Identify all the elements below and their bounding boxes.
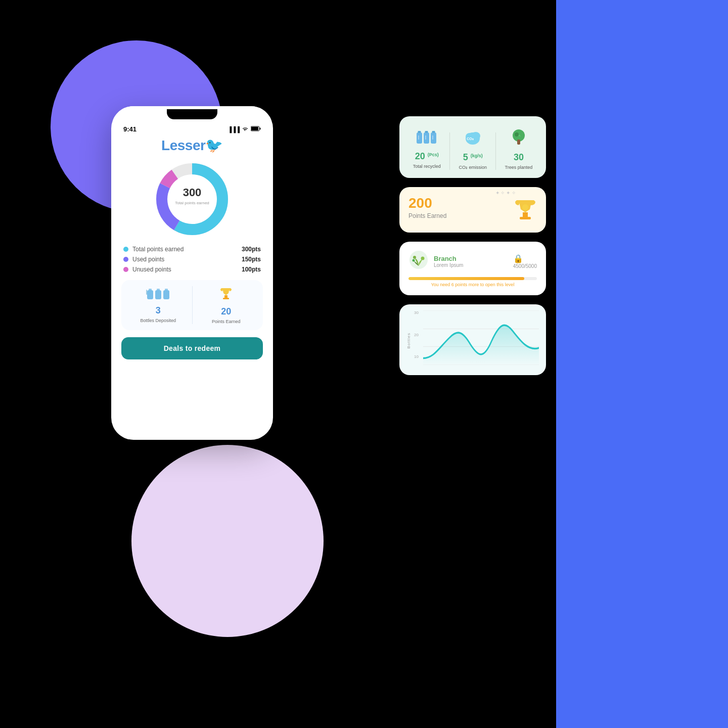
co2-number: 5 (463, 152, 471, 162)
trees-icon (510, 128, 528, 150)
status-time: 9:41 (123, 125, 136, 133)
svg-point-36 (413, 256, 416, 259)
phone-content: Lesser🐦 300 Total points earned (111, 133, 273, 440)
status-bar: 9:41 ▐▐▐ (111, 119, 273, 133)
phone-notch (167, 109, 217, 119)
svg-rect-18 (424, 132, 429, 144)
donut-center-label: Total points earned (175, 201, 209, 205)
branch-progress-bar (408, 277, 537, 280)
legend-item-used: Used points 150pts (123, 256, 261, 263)
legend-label-used: Used points (132, 256, 164, 263)
recycle-stat-total: 20 (Pcs) Total recycled (413, 128, 441, 169)
legend: Total points earned 300pts Used points 1… (121, 246, 263, 273)
bottles-number: 3 (156, 305, 161, 316)
recycle-divider-1 (449, 132, 450, 170)
y-label-30: 30 (414, 310, 419, 315)
card-points: 200 Points Earned ✦ ✧ ✦ ✧ (399, 187, 546, 233)
svg-rect-21 (432, 131, 435, 133)
points-earned-number: 200 (408, 195, 537, 211)
battery-icon (251, 126, 261, 132)
recycling-stats: 20 (Pcs) Total recycled CO₂ 5 (408, 128, 537, 170)
signal-icon: ▐▐▐ (228, 126, 240, 132)
bottles-label: Bottles Deposited (140, 318, 176, 323)
branch-progress-fill (408, 277, 524, 280)
phone-notch-area (111, 106, 273, 119)
svg-rect-30 (517, 140, 520, 145)
chart-svg (423, 310, 539, 365)
branch-header: Branch Lorem Ipsum 🔒 4500/5000 (408, 250, 537, 273)
donut-chart-container: 300 Total points earned (121, 159, 263, 240)
recycle-stat-co2: CO₂ 5 (kg/s) CO₂ emission (459, 128, 487, 170)
svg-rect-13 (165, 289, 168, 291)
points-number: 20 (221, 306, 231, 317)
svg-text:CO₂: CO₂ (467, 137, 474, 141)
legend-label-total: Total points earned (132, 246, 184, 253)
branch-points-display: 4500/5000 (513, 263, 537, 269)
svg-rect-8 (149, 289, 152, 291)
legend-item-unused: Unused points 100pts (123, 266, 261, 273)
svg-rect-9 (146, 290, 147, 295)
card-chart: Bottles 30 20 10 (399, 304, 546, 375)
card-branch: Branch Lorem Ipsum 🔒 4500/5000 You need … (399, 242, 546, 295)
deals-to-redeem-button[interactable]: Deals to redeem (121, 337, 263, 359)
legend-value-unused: 100pts (242, 266, 261, 273)
cards-container: 20 (Pcs) Total recycled CO₂ 5 (399, 116, 546, 375)
legend-label-unused: Unused points (132, 266, 171, 273)
legend-dot-used (123, 257, 128, 262)
points-label: Points Earned (212, 319, 241, 324)
trees-label: Trees planted (505, 165, 533, 170)
points-earned-label: Points Earned (408, 212, 537, 219)
y-label-10: 10 (414, 354, 419, 359)
svg-rect-10 (155, 290, 161, 299)
legend-value-total: 300pts (242, 246, 261, 253)
legend-value-used: 150pts (242, 256, 261, 263)
donut-center-value: 300 (183, 186, 202, 199)
branch-plant-icon (408, 250, 429, 273)
total-recycled-number: 20 (415, 151, 428, 161)
svg-point-37 (421, 257, 425, 260)
co2-label: CO₂ emission (459, 165, 487, 170)
background-rect-blue (556, 0, 728, 728)
svg-rect-16 (417, 132, 422, 144)
stats-divider (192, 286, 193, 324)
svg-rect-1 (260, 128, 261, 130)
branch-sub: Lorem Ipsum (434, 262, 508, 268)
phone-mockup: 9:41 ▐▐▐ Lesser🐦 (111, 106, 273, 440)
recycle-divider-2 (495, 132, 496, 170)
legend-dot-total (123, 247, 128, 252)
app-title: Lesser🐦 (121, 137, 263, 154)
svg-rect-12 (163, 290, 169, 299)
background-circle-lavender (131, 445, 324, 637)
wifi-icon (242, 126, 249, 132)
svg-point-31 (515, 132, 519, 136)
recycle-stat-trees: 30 Trees planted (505, 128, 533, 170)
legend-item-total: Total points earned 300pts (123, 246, 261, 253)
branch-hint: You need 6 points more to open this leve… (408, 282, 537, 287)
y-label-20: 20 (414, 333, 419, 337)
bottom-stats: 3 Bottles Deposited 20 Points Earned (121, 280, 263, 330)
card-recycling: 20 (Pcs) Total recycled CO₂ 5 (399, 116, 546, 178)
svg-rect-11 (157, 289, 160, 291)
svg-rect-19 (425, 131, 428, 133)
bottles-icon (145, 286, 171, 303)
trophy-small-icon (218, 286, 234, 304)
svg-rect-14 (224, 295, 228, 298)
legend-dot-unused (123, 267, 128, 272)
stat-bottles: 3 Bottles Deposited (129, 286, 187, 324)
svg-rect-20 (431, 132, 436, 144)
chart-y-axis-label: Bottles (406, 333, 411, 348)
stat-points: 20 Points Earned (198, 286, 255, 324)
svg-rect-15 (223, 298, 229, 299)
svg-point-35 (410, 251, 428, 269)
total-recycled-label: Total recycled (413, 164, 441, 169)
svg-rect-2 (251, 127, 258, 130)
co2-icon: CO₂ (464, 128, 482, 150)
bottles-recycle-icon (416, 128, 438, 149)
svg-point-38 (413, 259, 415, 262)
status-icons: ▐▐▐ (228, 126, 261, 132)
donut-chart: 300 Total points earned (152, 159, 233, 240)
branch-name: Branch (434, 255, 508, 262)
svg-rect-17 (418, 131, 421, 133)
trees-number: 30 (514, 152, 524, 163)
branch-lock-icon: 🔒 (513, 254, 537, 263)
